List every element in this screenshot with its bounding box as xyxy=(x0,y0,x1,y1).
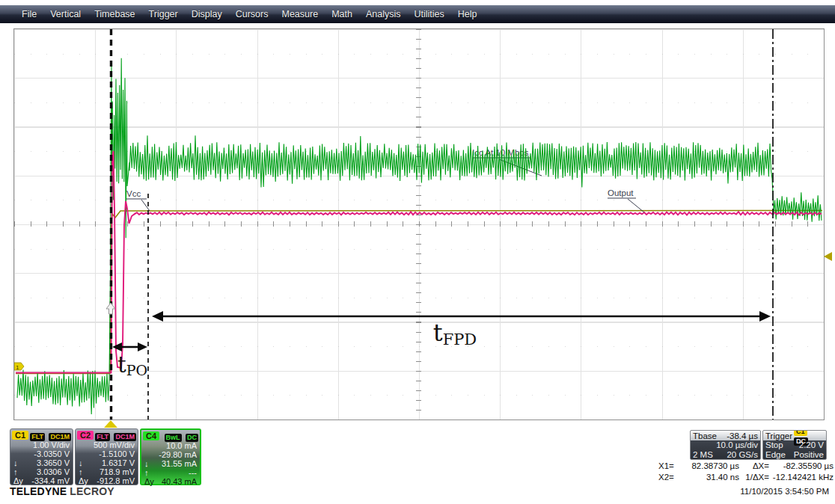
oscilloscope-application: File Vertical Timebase Trigger Display C… xyxy=(0,0,835,504)
trigger-arrow-icon xyxy=(106,303,115,314)
c2-max-row: ↓1.6317 V xyxy=(77,458,136,467)
tbase-offset: -38.4 µs xyxy=(727,431,758,440)
svg-text:1: 1 xyxy=(16,364,19,371)
timestamp: 11/10/2015 3:54:50 PM xyxy=(673,487,829,496)
trigger-time-marker[interactable] xyxy=(104,420,117,428)
channel-descriptor-c4[interactable]: C4 BwL DC 10.0 mA -29.80 mA ↓31.55 mA ↑-… xyxy=(140,428,201,485)
channel-id-badge-c4: C4 xyxy=(143,431,159,440)
invdx-value: -12.142421 kHz xyxy=(769,472,834,483)
c4-scale-row: 10.0 mA xyxy=(143,441,198,450)
tfpd-label: tFPD xyxy=(433,319,477,348)
menu-help[interactable]: Help xyxy=(451,9,484,19)
trigger-source-badge: C1 xyxy=(794,430,807,436)
trigger-title: Trigger xyxy=(765,431,792,440)
dx-label: ΔX= xyxy=(739,461,769,472)
x1-label: X1= xyxy=(658,461,682,472)
tbase-title: Tbase xyxy=(693,431,717,440)
output-annotation-label: Output xyxy=(608,188,634,197)
x2-label: X2= xyxy=(658,472,682,483)
menu-file[interactable]: File xyxy=(15,9,43,19)
menu-display[interactable]: Display xyxy=(185,9,229,19)
trace-output-c2 xyxy=(16,151,822,373)
vcc-annotation-label: Vcc xyxy=(126,189,141,198)
c2-scale-row: 500 mV/div xyxy=(77,440,136,449)
menu-bar: File Vertical Timebase Trigger Display C… xyxy=(0,5,835,23)
c1-delta-row: Δy-334.4 mV xyxy=(12,476,71,485)
channel-id-badge-c2: C2 xyxy=(77,431,94,440)
trigger-mode: Stop xyxy=(765,440,783,450)
tfpd-measurement-arrow xyxy=(152,311,771,322)
c4-offset-row: -29.80 mA xyxy=(143,450,198,459)
dx-value: -82.35590 µs xyxy=(769,461,834,472)
tbase-samplerate: 20 GS/s xyxy=(727,450,758,460)
tbase-scale: 10.0 µs/div xyxy=(716,440,758,450)
menu-vertical[interactable]: Vertical xyxy=(43,9,88,19)
menu-measure[interactable]: Measure xyxy=(275,9,325,19)
channel-descriptor-c1[interactable]: C1 FLT DC1M 1.00 V/div -3.0350 V ↓3.3650… xyxy=(10,428,73,485)
c4-base-row: ↑--- xyxy=(143,468,198,477)
c4-delta-row: Δy40.43 mA xyxy=(143,477,198,486)
c1-max-row: ↓3.3650 V xyxy=(12,458,71,467)
c1-offset-row: -3.0350 V xyxy=(12,449,71,458)
menu-analysis[interactable]: Analysis xyxy=(359,9,408,19)
invdx-label: 1/ΔX= xyxy=(739,472,769,483)
tbase-memory: 2 MS xyxy=(693,450,713,460)
c2-base-row: ↑718.9 mV xyxy=(77,467,136,476)
cursor-readout: X1= 82.38730 µs ΔX= -82.35590 µs X2= 31.… xyxy=(658,461,834,483)
trace-vcc-c1 xyxy=(16,211,822,374)
menu-timebase[interactable]: Timebase xyxy=(88,9,141,19)
trigger-level: 2.20 V xyxy=(799,440,824,450)
channel1-zero-marker[interactable]: 1 xyxy=(14,363,24,371)
x2-value: 31.40 ns xyxy=(682,472,739,483)
channel-id-badge-c1: C1 xyxy=(12,431,28,440)
waveform-canvas: Icc At 10 Mbps 1 Vcc xyxy=(14,29,824,420)
menu-trigger[interactable]: Trigger xyxy=(142,9,185,19)
c1-scale-row: 1.00 V/div xyxy=(12,440,71,449)
trigger-level-marker[interactable] xyxy=(824,252,832,261)
channel-descriptor-c2[interactable]: C2 FLT DC1M 500 mV/div -1.5100 V ↓1.6317… xyxy=(75,428,138,485)
c4-max-row: ↓31.55 mA xyxy=(143,459,198,468)
teledyne-lecroy-logo: TELEDYNELECROY xyxy=(10,485,114,497)
menu-math[interactable]: Math xyxy=(325,9,359,19)
c2-offset-row: -1.5100 V xyxy=(77,449,136,458)
trigger-descriptor[interactable]: Trigger C1 DC Stop 2.20 V Edge Positive xyxy=(762,430,827,460)
c2-delta-row: Δy-912.8 mV xyxy=(77,476,136,485)
tpo-label: tPO xyxy=(117,352,147,378)
oscilloscope-grid: Icc At 10 Mbps 1 Vcc xyxy=(13,28,825,420)
menu-utilities[interactable]: Utilities xyxy=(407,9,450,19)
menu-cursors[interactable]: Cursors xyxy=(229,9,275,19)
trace-icc-c4 xyxy=(17,58,822,414)
trigger-slope: Positive xyxy=(794,450,824,460)
timebase-descriptor[interactable]: Tbase -38.4 µs 10.0 µs/div 2 MS 20 GS/s xyxy=(690,430,761,460)
trigger-kind: Edge xyxy=(765,450,786,460)
tpo-measurement-arrow xyxy=(112,342,147,351)
x1-value: 82.38730 µs xyxy=(682,461,739,472)
c1-base-row: ↑3.0306 V xyxy=(12,467,71,476)
